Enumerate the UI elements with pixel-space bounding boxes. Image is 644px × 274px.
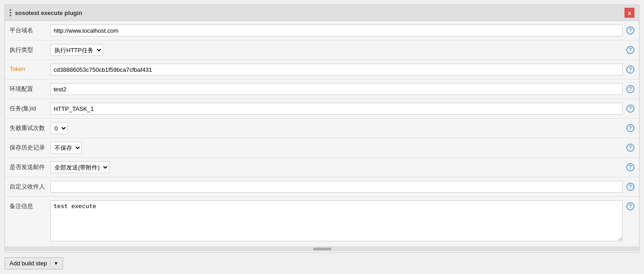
panel-body: 平台域名 ? 执行类型 执行HTTP任务 执行其他任务 ? Tok bbox=[5, 21, 639, 251]
control-retry-count: 0 1 2 3 bbox=[50, 122, 623, 134]
form-row-send-email: 是否发送邮件 全部发送(带附件) 不发送 仅发送失败 ? bbox=[5, 158, 639, 177]
help-icon-platform-domain[interactable]: ? bbox=[626, 26, 634, 35]
select-exec-type[interactable]: 执行HTTP任务 执行其他任务 bbox=[50, 44, 103, 56]
help-icon-send-email[interactable]: ? bbox=[626, 163, 634, 171]
scrollbar-thumb bbox=[313, 248, 331, 250]
label-exec-type: 执行类型 bbox=[10, 44, 50, 54]
label-token: Token bbox=[10, 64, 50, 72]
help-icon-task-id[interactable]: ? bbox=[626, 105, 634, 113]
control-save-history: 不保存 保存 bbox=[50, 142, 623, 154]
help-icon-env-config[interactable]: ? bbox=[626, 85, 634, 93]
form-row-token: Token ? bbox=[5, 60, 639, 80]
add-build-step-button[interactable]: Add build step ▼ bbox=[5, 257, 63, 269]
form-row-exec-type: 执行类型 执行HTTP任务 执行其他任务 ? bbox=[5, 40, 639, 60]
panel-title: sosotest execute plugin bbox=[10, 9, 82, 16]
label-env-config: 环境配置 bbox=[10, 83, 50, 93]
help-icon-remarks[interactable]: ? bbox=[626, 202, 634, 210]
close-button[interactable]: x bbox=[624, 8, 634, 18]
help-icon-retry-count[interactable]: ? bbox=[626, 124, 634, 132]
form-row-remarks: 备注信息 test execute ? bbox=[5, 197, 639, 247]
form-row-retry-count: 失败重试次数 0 1 2 3 ? bbox=[5, 119, 639, 138]
control-env-config bbox=[50, 83, 623, 95]
panel-title-text: sosotest execute plugin bbox=[15, 10, 82, 16]
label-retry-count: 失败重试次数 bbox=[10, 122, 50, 132]
form-row-save-history: 保存历史记录 不保存 保存 ? bbox=[5, 138, 639, 158]
help-icon-save-history[interactable]: ? bbox=[626, 144, 634, 152]
control-task-id bbox=[50, 103, 623, 115]
form-row-env-config: 环境配置 ? bbox=[5, 80, 639, 99]
scrollbar-area bbox=[5, 247, 639, 251]
add-build-step-label: Add build step bbox=[10, 260, 47, 267]
control-token bbox=[50, 64, 623, 75]
label-task-id: 任务(集)Id bbox=[10, 103, 50, 113]
panel-header: sosotest execute plugin x bbox=[5, 5, 639, 21]
help-icon-token[interactable]: ? bbox=[626, 65, 634, 74]
select-send-email[interactable]: 全部发送(带附件) 不发送 仅发送失败 bbox=[50, 161, 109, 173]
input-custom-recipient[interactable] bbox=[50, 181, 623, 193]
label-custom-recipient: 自定义收件人 bbox=[10, 181, 50, 191]
label-platform-domain: 平台域名 bbox=[10, 25, 50, 35]
label-remarks: 备注信息 bbox=[10, 200, 50, 210]
control-exec-type: 执行HTTP任务 执行其他任务 bbox=[50, 44, 623, 56]
form-row-task-id: 任务(集)Id ? bbox=[5, 99, 639, 119]
form-row-platform-domain: 平台域名 ? bbox=[5, 21, 639, 40]
drag-handle-icon bbox=[10, 9, 11, 16]
label-send-email: 是否发送邮件 bbox=[10, 161, 50, 171]
input-platform-domain[interactable] bbox=[50, 25, 623, 36]
dropdown-arrow-icon: ▼ bbox=[50, 261, 58, 266]
outer-container: sosotest execute plugin x 平台域名 ? 执行类型 执行… bbox=[0, 0, 644, 274]
plugin-panel: sosotest execute plugin x 平台域名 ? 执行类型 执行… bbox=[5, 5, 639, 253]
select-save-history[interactable]: 不保存 保存 bbox=[50, 142, 82, 154]
control-remarks: test execute bbox=[50, 200, 623, 243]
input-token[interactable] bbox=[50, 64, 623, 75]
form-row-custom-recipient: 自定义收件人 ? bbox=[5, 177, 639, 197]
select-retry-count[interactable]: 0 1 2 3 bbox=[50, 122, 68, 134]
control-custom-recipient bbox=[50, 181, 623, 193]
help-icon-custom-recipient[interactable]: ? bbox=[626, 183, 634, 191]
control-send-email: 全部发送(带附件) 不发送 仅发送失败 bbox=[50, 161, 623, 173]
footer-bar: Add build step ▼ bbox=[0, 253, 644, 274]
help-icon-exec-type[interactable]: ? bbox=[626, 46, 634, 54]
input-task-id[interactable] bbox=[50, 103, 623, 115]
label-save-history: 保存历史记录 bbox=[10, 142, 50, 152]
input-env-config[interactable] bbox=[50, 83, 623, 95]
control-platform-domain bbox=[50, 25, 623, 36]
textarea-remarks[interactable]: test execute bbox=[50, 200, 623, 241]
